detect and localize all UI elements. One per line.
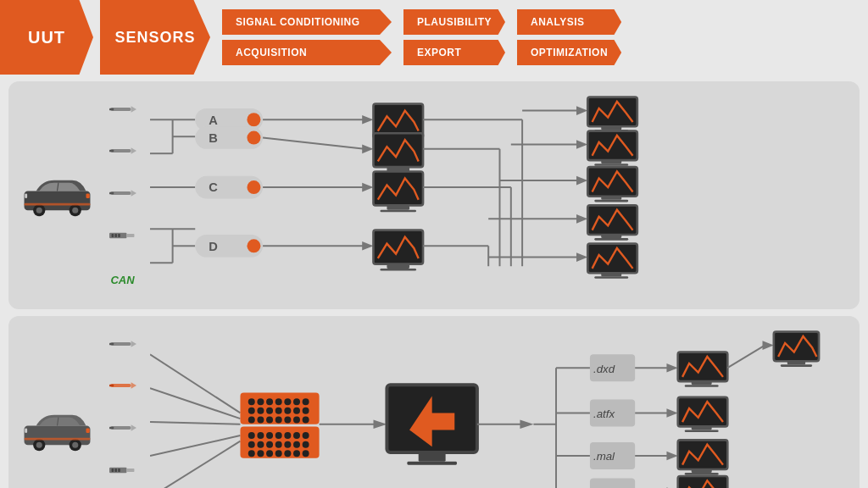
- svg-rect-173: [419, 452, 446, 462]
- svg-point-166: [284, 450, 291, 457]
- svg-rect-215: [781, 364, 812, 367]
- svg-point-154: [303, 432, 309, 439]
- svg-point-159: [284, 441, 291, 448]
- svg-marker-78: [576, 140, 587, 149]
- svg-rect-108: [109, 342, 114, 345]
- svg-rect-96: [594, 276, 628, 279]
- car-icon-1: [21, 172, 93, 219]
- svg-rect-74: [587, 97, 637, 127]
- svg-point-134: [257, 408, 264, 414]
- svg-marker-13: [131, 148, 136, 155]
- svg-rect-57: [387, 205, 409, 209]
- svg-text:.mal: .mal: [593, 450, 615, 463]
- row1-panel: CAN A B: [8, 81, 860, 309]
- analysis-pill: ANALYSIS: [517, 9, 621, 35]
- svg-point-162: [248, 450, 255, 457]
- svg-point-156: [257, 441, 264, 448]
- svg-point-130: [284, 398, 291, 405]
- svg-marker-45: [362, 115, 373, 125]
- svg-rect-105: [25, 428, 27, 433]
- svg-point-133: [248, 408, 255, 414]
- svg-rect-91: [594, 238, 628, 241]
- svg-rect-62: [387, 264, 409, 269]
- svg-marker-110: [131, 382, 136, 389]
- svg-point-135: [266, 408, 273, 414]
- svg-text:C: C: [209, 180, 218, 194]
- svg-point-157: [266, 441, 273, 448]
- header-sensors: SENSORS: [100, 0, 210, 75]
- svg-line-49: [263, 138, 364, 149]
- acquisition-pill: ACQUISITION: [222, 40, 392, 65]
- plausibility-pill: PLAUSIBILITY: [403, 9, 505, 35]
- svg-marker-107: [131, 341, 136, 347]
- svg-point-144: [284, 416, 291, 423]
- svg-rect-20: [111, 235, 114, 238]
- svg-rect-61: [373, 230, 423, 264]
- svg-rect-90: [601, 235, 621, 238]
- svg-marker-176: [520, 419, 533, 429]
- flow-svg-2: .dxd .atfx: [150, 323, 849, 488]
- svg-rect-7: [86, 193, 89, 198]
- svg-rect-75: [601, 126, 621, 130]
- analysis-label: ANALYSIS: [531, 16, 585, 28]
- car-icon-2: [21, 407, 93, 453]
- svg-point-128: [266, 398, 273, 405]
- svg-point-43: [247, 239, 260, 252]
- svg-marker-83: [576, 176, 587, 186]
- sensors-col-2: CAN: [95, 323, 150, 488]
- flow-area-1: A B C: [150, 88, 849, 302]
- svg-marker-183: [666, 363, 677, 373]
- header-middle-group: SIGNAL CONDITIONING ACQUISITION: [222, 0, 392, 75]
- svg-rect-80: [601, 160, 621, 164]
- svg-rect-63: [380, 269, 416, 271]
- optimization-pill: OPTIMIZATION: [517, 40, 621, 65]
- svg-point-160: [293, 441, 300, 448]
- svg-point-3: [36, 208, 42, 214]
- svg-rect-85: [601, 197, 621, 200]
- svg-rect-208: [678, 476, 728, 488]
- svg-point-138: [293, 408, 300, 414]
- signal-conditioning-pill: SIGNAL CONDITIONING: [222, 9, 392, 35]
- svg-point-140: [248, 416, 255, 423]
- svg-point-139: [303, 408, 309, 414]
- export-label: EXPORT: [417, 47, 461, 58]
- svg-rect-14: [109, 150, 114, 152]
- sensors-col-1: CAN: [95, 88, 150, 302]
- header-uut: UUT: [0, 0, 93, 75]
- svg-rect-114: [109, 426, 114, 429]
- svg-marker-212: [763, 341, 774, 350]
- sensor-probe-4: [109, 339, 136, 349]
- svg-point-155: [248, 441, 255, 448]
- svg-marker-73: [576, 106, 587, 115]
- svg-rect-79: [587, 131, 637, 161]
- svg-point-29: [247, 113, 260, 126]
- svg-point-137: [284, 408, 291, 414]
- svg-point-152: [284, 432, 291, 439]
- svg-point-102: [72, 441, 78, 447]
- svg-point-145: [293, 416, 300, 423]
- svg-rect-11: [109, 108, 114, 111]
- svg-rect-81: [594, 164, 628, 166]
- svg-rect-103: [24, 437, 90, 440]
- svg-point-131: [293, 398, 300, 405]
- plausibility-export-group: PLAUSIBILITY EXPORT: [403, 0, 505, 75]
- svg-marker-170: [373, 419, 387, 429]
- svg-point-167: [293, 450, 300, 457]
- content-area: CAN A B: [0, 75, 868, 488]
- sensor-probe-5: [109, 380, 136, 391]
- svg-point-127: [257, 398, 264, 405]
- svg-point-153: [293, 432, 300, 439]
- svg-rect-184: [678, 352, 728, 381]
- svg-rect-89: [587, 205, 637, 235]
- svg-point-158: [275, 441, 282, 448]
- analysis-optimization-group: ANALYSIS OPTIMIZATION: [517, 0, 621, 75]
- svg-marker-55: [362, 183, 373, 192]
- plausibility-label: PLAUSIBILITY: [417, 16, 492, 28]
- flow-area-2: .dxd .atfx: [150, 323, 849, 488]
- svg-point-143: [275, 416, 282, 423]
- svg-point-165: [275, 450, 282, 457]
- sensors-label: SENSORS: [114, 29, 195, 47]
- svg-marker-60: [362, 241, 373, 251]
- sensor-probe-1: [109, 104, 136, 114]
- sensor-probe-2: [109, 146, 136, 156]
